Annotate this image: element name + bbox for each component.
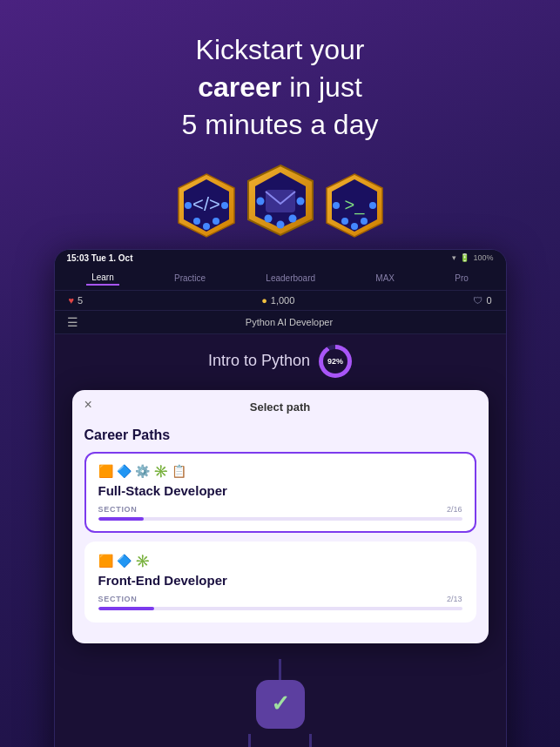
- wifi-icon: ▾: [452, 253, 456, 262]
- progress-circle: 92%: [319, 345, 352, 378]
- hero-section: Kickstart your career in just 5 minutes …: [0, 0, 560, 162]
- top-connector: [279, 659, 281, 680]
- hearts-stat: ♥ 5: [69, 295, 84, 306]
- fullstack-section-label: SECTION: [98, 505, 138, 514]
- battery-icon: 🔋: [460, 253, 469, 262]
- frontend-section-count: 2/13: [447, 595, 462, 603]
- svg-point-11: [256, 197, 264, 205]
- svg-text:</>: </>: [192, 193, 220, 215]
- check-icon: ✓: [271, 690, 290, 717]
- hero-line3: 5 minutes a day: [182, 109, 379, 140]
- status-bar: 15:03 Tue 1. Oct ▾ 🔋 100%: [55, 250, 506, 266]
- nav-practice[interactable]: Practice: [169, 272, 211, 285]
- path-nodes: ✓ ⚡ ⚡: [67, 659, 494, 747]
- code-badge: </>: [175, 171, 238, 240]
- nav-leaderboard[interactable]: Leaderboard: [260, 272, 320, 285]
- heart-icon: ♥: [69, 295, 75, 306]
- device-nav: Learn Practice Leaderboard MAX Pro: [55, 266, 506, 291]
- svg-rect-10: [266, 190, 295, 212]
- breadcrumb-title: Python AI Developer: [85, 317, 494, 327]
- career-paths-heading: Career Paths: [84, 427, 476, 443]
- hero-line1: Kickstart your: [196, 34, 365, 65]
- select-path-modal: × Select path Career Paths 🟧 🔷 ⚙️ ✳️ 📋 F…: [72, 390, 489, 643]
- frontend-section-row: SECTION 2/13: [98, 595, 462, 603]
- hero-bold: career: [198, 71, 281, 103]
- nav-max[interactable]: MAX: [370, 272, 400, 285]
- fullstack-card[interactable]: 🟧 🔷 ⚙️ ✳️ 📋 Full-Stack Developer SECTION…: [84, 452, 476, 533]
- frontend-title: Front-End Developer: [98, 573, 462, 588]
- breadcrumb-row: ☰ Python AI Developer: [55, 311, 506, 334]
- svg-point-12: [296, 197, 304, 205]
- svg-point-21: [341, 218, 348, 225]
- progress-pct: 92%: [327, 357, 343, 366]
- nav-learn[interactable]: Learn: [86, 271, 119, 286]
- shield-icon: 🛡: [473, 295, 482, 306]
- device-frame: 15:03 Tue 1. Oct ▾ 🔋 100% Learn Practice…: [54, 249, 507, 747]
- shield-stat: 🛡 0: [473, 295, 491, 306]
- svg-point-13: [264, 214, 272, 222]
- modal-body: Career Paths 🟧 🔷 ⚙️ ✳️ 📋 Full-Stack Deve…: [72, 421, 489, 643]
- nav-pro[interactable]: Pro: [449, 272, 474, 285]
- fullstack-progress-bar: [98, 517, 462, 521]
- modal-close-button[interactable]: ×: [84, 398, 92, 412]
- svg-text:>_: >_: [344, 195, 365, 215]
- course-name: Intro to Python: [208, 352, 310, 370]
- fullstack-section-row: SECTION 2/16: [98, 505, 462, 514]
- fullstack-title: Full-Stack Developer: [98, 483, 462, 498]
- coin-icon: ●: [261, 295, 267, 306]
- html-icon: 🟧: [98, 464, 113, 478]
- modal-title: Select path: [250, 400, 310, 414]
- svg-point-5: [193, 218, 200, 225]
- status-time: 15:03 Tue 1. Oct: [67, 253, 133, 263]
- frontend-section-label: SECTION: [98, 595, 138, 603]
- react-icon: 🔷: [117, 464, 132, 478]
- js-icon: ✳️: [135, 554, 150, 568]
- frontend-icons: 🟧 🔷 ✳️: [98, 554, 462, 568]
- fullstack-icons: 🟧 🔷 ⚙️ ✳️ 📋: [98, 464, 462, 478]
- svg-point-22: [361, 218, 368, 225]
- check-node[interactable]: ✓: [256, 680, 305, 729]
- css-icon: 🔷: [117, 554, 132, 568]
- svg-point-3: [185, 202, 192, 209]
- svg-point-6: [213, 218, 219, 225]
- menu-icon[interactable]: ☰: [67, 315, 78, 329]
- svg-point-20: [369, 202, 376, 209]
- fullstack-section-count: 2/16: [447, 505, 462, 514]
- html-icon2: 🟧: [98, 554, 113, 568]
- db-icon: 📋: [172, 464, 186, 478]
- svg-point-7: [203, 223, 210, 230]
- progress-row: Intro to Python 92%: [67, 345, 494, 378]
- hero-line2-rest: in just: [281, 71, 361, 103]
- svg-point-15: [276, 220, 284, 228]
- frontend-card[interactable]: 🟧 🔷 ✳️ Front-End Developer SECTION 2/13: [84, 542, 476, 622]
- badges-row: </>: [0, 162, 560, 240]
- coins-stat: ● 1,000: [261, 295, 294, 306]
- svg-point-4: [221, 202, 228, 209]
- svg-point-14: [288, 214, 296, 222]
- modal-header: × Select path: [72, 390, 489, 421]
- status-icons: ▾ 🔋 100%: [452, 253, 493, 262]
- message-badge: [245, 162, 316, 240]
- svg-point-19: [333, 202, 340, 209]
- svg-point-23: [351, 223, 358, 230]
- gear-icon2: ⚙️: [135, 464, 150, 478]
- device-content: Intro to Python 92% × Select path Career…: [55, 334, 506, 747]
- device-stats: ♥ 5 ● 1,000 🛡 0: [55, 291, 506, 311]
- terminal-badge: >_: [323, 171, 386, 240]
- frontend-progress-bar: [98, 607, 462, 610]
- node-icon: ✳️: [153, 464, 168, 478]
- fullstack-progress-fill: [98, 517, 144, 521]
- frontend-progress-fill: [98, 607, 154, 610]
